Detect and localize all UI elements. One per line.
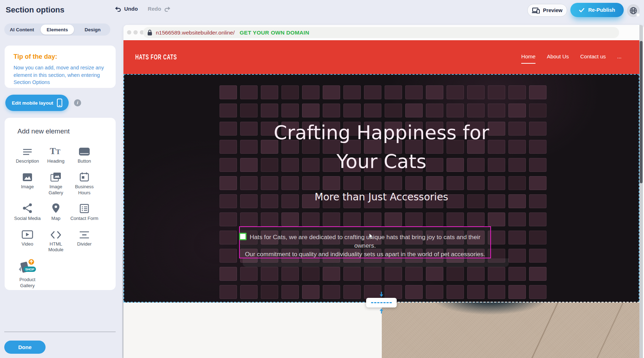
preview-scrollbar-track[interactable] — [639, 25, 643, 358]
element-label: Divider — [77, 241, 91, 247]
drag-handle[interactable] — [239, 233, 247, 240]
element-label: Business Hours — [70, 184, 99, 196]
element-contact-form[interactable]: Contact Form — [70, 202, 99, 222]
hero-tile — [261, 85, 278, 99]
hero-tile — [261, 104, 278, 117]
hero-tile — [405, 104, 423, 117]
hero-tile — [467, 212, 485, 226]
element-product-gallery[interactable]: SHOP Product Gallery — [13, 259, 42, 289]
hero-tile — [281, 267, 299, 281]
element-label: Button — [78, 158, 91, 164]
tip-title: Tip of the day: — [14, 53, 107, 60]
tab-elements[interactable]: Elements — [41, 25, 74, 35]
divider-icon — [79, 227, 89, 239]
hero-tile — [488, 85, 505, 99]
hero-tile — [385, 212, 402, 226]
hero-tile — [343, 267, 361, 281]
edit-mobile-layout-label: Edit mobile layout — [12, 100, 53, 106]
element-video[interactable]: Video — [13, 227, 42, 253]
nav-more-ellipsis[interactable]: ... — [617, 53, 622, 59]
get-domain-link[interactable]: GET YOUR OWN DOMAIN — [239, 30, 309, 36]
hero-tile — [240, 104, 258, 117]
hero-tile — [323, 285, 340, 299]
hero-tile — [343, 104, 361, 117]
element-label: HTML Module — [42, 241, 70, 253]
hero-tile — [261, 267, 278, 281]
hero-tile — [488, 212, 505, 226]
element-label: Image Gallery — [42, 184, 70, 196]
nav-contact-us[interactable]: Contact us — [580, 53, 606, 59]
element-heading[interactable]: TT Heading — [42, 144, 70, 164]
tip-of-the-day-card: Tip of the day: Now you can add, move an… — [5, 46, 116, 88]
hero-section-selected[interactable]: Crafting Happiness for Your Cats More th… — [123, 74, 639, 302]
hero-tile — [364, 285, 381, 299]
hero-tile — [220, 249, 237, 263]
hero-tile — [364, 212, 381, 226]
hero-tile — [508, 267, 526, 281]
add-element-title: Add new element — [17, 127, 116, 135]
hero-tile — [488, 176, 505, 190]
edit-mobile-layout-button[interactable]: Edit mobile layout — [5, 95, 69, 111]
description-icon — [22, 144, 32, 156]
done-button[interactable]: Done — [4, 341, 46, 354]
window-dot — [133, 30, 138, 35]
element-divider[interactable]: Divider — [70, 227, 99, 253]
preview-scrollbar-thumb[interactable] — [640, 41, 643, 183]
element-description[interactable]: Description — [13, 144, 42, 164]
hero-tile — [447, 176, 464, 190]
section-resize-handle[interactable] — [366, 298, 397, 307]
hero-tile — [467, 267, 485, 281]
hero-tile — [261, 212, 278, 226]
element-map[interactable]: Map — [42, 202, 70, 222]
hero-tile — [529, 176, 547, 190]
info-icon[interactable]: i — [74, 99, 81, 106]
hero-tile — [281, 104, 299, 117]
hero-body-line1: Hats for Cats, we are dedicated to craft… — [240, 233, 490, 250]
hero-subheading[interactable]: More than Just Accessories — [124, 191, 639, 203]
button-icon — [79, 144, 90, 156]
nav-home[interactable]: Home — [521, 53, 535, 59]
hero-tile — [261, 285, 278, 299]
element-label: Map — [51, 216, 60, 222]
hero-tile — [385, 104, 402, 117]
hero-tile — [447, 267, 464, 281]
nav-about-us[interactable]: About Us — [547, 53, 569, 59]
site-logo[interactable]: HATS FOR CATS — [135, 53, 177, 61]
element-label: Contact Form — [70, 216, 99, 222]
element-html-module[interactable]: HTML Module — [42, 227, 70, 253]
hero-tile — [240, 285, 258, 299]
undo-button[interactable]: Undo — [115, 6, 138, 12]
republish-button[interactable]: Re-Publish — [570, 3, 624, 17]
element-social-media[interactable]: Social Media — [13, 202, 42, 222]
tab-ai-content[interactable]: AI Content — [5, 25, 38, 35]
hero-tile — [343, 85, 361, 99]
pavement-image — [382, 302, 639, 358]
element-label: Heading — [47, 158, 64, 164]
window-dot — [127, 30, 131, 35]
hero-heading[interactable]: Crafting Happiness for Your Cats — [124, 118, 639, 176]
video-icon — [22, 227, 33, 239]
resize-dashed-line — [371, 302, 392, 303]
tab-design[interactable]: Design — [76, 25, 109, 35]
hero-tile — [323, 176, 340, 190]
checkmark-icon — [579, 8, 585, 12]
next-section[interactable] — [123, 302, 639, 358]
element-image[interactable]: Image — [13, 170, 42, 196]
hero-tile — [447, 212, 464, 226]
hero-tile — [240, 212, 258, 226]
hero-tile — [426, 267, 443, 281]
text-element-selected[interactable]: Hats for Cats, we are dedicated to craft… — [239, 226, 491, 258]
hero-tile — [261, 176, 278, 190]
address-bar[interactable]: n1566589.websitebuilder.online/ GET YOUR… — [143, 27, 619, 38]
devices-icon — [532, 7, 540, 14]
element-image-gallery[interactable]: Image Gallery — [42, 170, 70, 196]
hero-tile — [467, 285, 485, 299]
element-label: Description — [16, 158, 39, 164]
preview-button[interactable]: Preview — [527, 4, 567, 17]
language-globe-button[interactable] — [627, 4, 640, 17]
hero-tile — [405, 176, 423, 190]
redo-button[interactable]: Redo — [148, 6, 170, 12]
element-button[interactable]: Button — [70, 144, 99, 164]
element-business-hours[interactable]: Business Hours — [70, 170, 99, 196]
hero-tile — [240, 85, 258, 99]
